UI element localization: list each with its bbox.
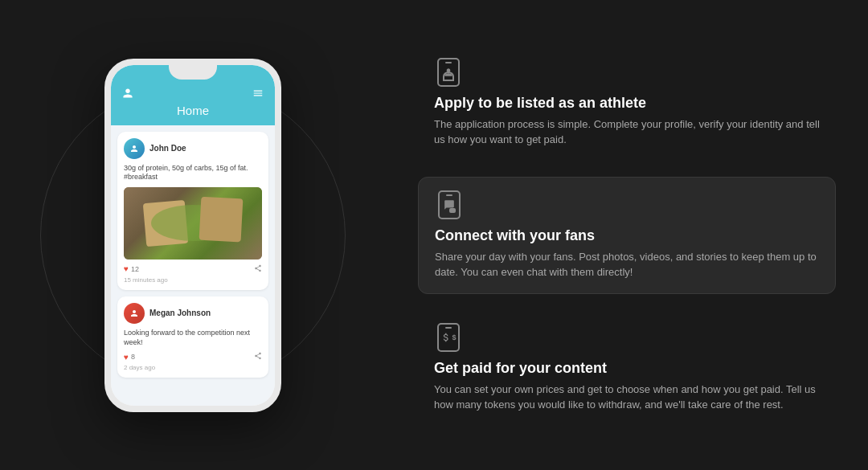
post-user-1: John Doe <box>124 138 262 159</box>
share-icon-1 <box>254 264 262 274</box>
post-time-1: 15 minutes ago <box>124 276 262 284</box>
heart-icon: ♥ <box>124 264 129 273</box>
connect-feature-title: Connect with your fans <box>435 227 819 244</box>
features-section: Apply to be listed as an athlete The app… <box>386 21 868 450</box>
post-card-2: Megan Johnson Looking forward to the com… <box>117 296 268 378</box>
post-user-2: Megan Johnson <box>124 303 262 324</box>
phone-person-icon <box>437 58 460 87</box>
avatar-megan-johnson <box>124 303 145 324</box>
food-photo <box>124 187 262 260</box>
food-overlay <box>151 205 234 241</box>
phone-notch <box>169 65 217 80</box>
phone-volume-up-button <box>104 145 106 178</box>
post-likes-1: ♥ 12 <box>124 264 139 273</box>
share-icon-2 <box>254 352 262 362</box>
avatar-john-doe <box>124 138 145 159</box>
post-image-1 <box>124 187 262 260</box>
post-username-1: John Doe <box>149 144 186 153</box>
phone-screen: Home John Doe 30g of protein, 50g of car… <box>111 65 275 406</box>
heart-icon-2: ♥ <box>124 353 129 362</box>
phone-chat-icon <box>438 190 461 219</box>
athlete-feature-icon <box>434 58 463 87</box>
phone-dollar-icon <box>437 323 460 352</box>
profile-icon <box>122 88 133 101</box>
phone-header-icons <box>122 88 264 101</box>
post-card-1: John Doe 30g of protein, 50g of carbs, 1… <box>117 132 268 290</box>
phone-feed: John Doe 30g of protein, 50g of carbs, 1… <box>111 125 275 406</box>
post-actions-2: ♥ 8 <box>124 352 262 362</box>
post-likes-2: ♥ 8 <box>124 353 135 362</box>
post-actions-1: ♥ 12 <box>124 264 262 274</box>
athlete-feature-title: Apply to be listed as an athlete <box>434 95 820 112</box>
post-text-1: 30g of protein, 50g of carbs, 15g of fat… <box>124 164 262 182</box>
feature-card-connect: Connect with your fans Share your day wi… <box>418 177 836 294</box>
phone-home-title: Home <box>177 104 209 117</box>
phone-power-button <box>280 129 281 170</box>
athlete-feature-desc: The application process is simple. Compl… <box>434 116 820 148</box>
connect-feature-desc: Share your day with your fans. Post phot… <box>435 249 819 280</box>
post-text-2: Looking forward to the competition next … <box>124 329 262 347</box>
phone-section: Home John Doe 30g of protein, 50g of car… <box>0 0 386 470</box>
post-time-2: 2 days ago <box>124 364 262 371</box>
feature-card-paid: Get paid for your content You can set yo… <box>418 310 836 426</box>
paid-feature-title: Get paid for your content <box>434 360 820 377</box>
phone-mockup: Home John Doe 30g of protein, 50g of car… <box>104 59 281 412</box>
phone-mute-button <box>104 113 106 137</box>
feature-card-athlete: Apply to be listed as an athlete The app… <box>418 45 836 161</box>
post-username-2: Megan Johnson <box>149 309 211 317</box>
menu-icon <box>252 88 264 101</box>
paid-feature-desc: You can set your own prices and get to c… <box>434 382 820 413</box>
connect-feature-icon <box>435 190 464 219</box>
phone-volume-down-button <box>104 184 106 216</box>
paid-feature-icon <box>434 323 463 352</box>
